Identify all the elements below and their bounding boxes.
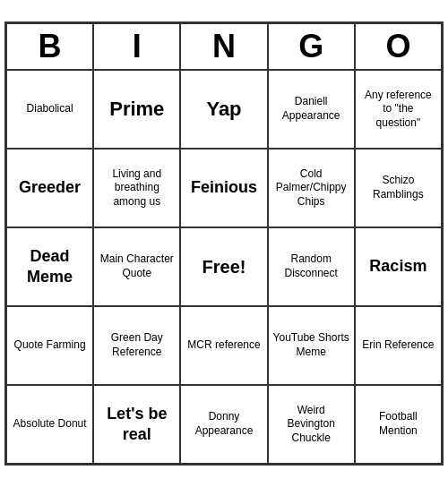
bingo-cell-r0-c4: Any reference to "the question": [355, 70, 442, 149]
bingo-cell-r1-c0: Greeder: [6, 149, 93, 227]
bingo-cell-r3-c2: MCR reference: [180, 306, 267, 385]
bingo-header: BINGO: [6, 23, 442, 70]
bingo-cell-r2-c3: Random Disconnect: [268, 227, 355, 306]
bingo-cell-r3-c0: Quote Farming: [6, 306, 93, 385]
bingo-cell-r0-c3: Daniell Appearance: [268, 70, 355, 149]
bingo-cell-r2-c0: Dead Meme: [6, 227, 93, 306]
bingo-letter-N: N: [180, 23, 267, 70]
bingo-cell-r1-c4: Schizo Ramblings: [355, 149, 442, 227]
bingo-cell-r0-c1: Prime: [93, 70, 180, 149]
bingo-cell-r2-c4: Racism: [355, 227, 442, 306]
bingo-cell-r1-c2: Feinious: [180, 149, 267, 227]
bingo-cell-r4-c3: Weird Bevington Chuckle: [268, 385, 355, 464]
bingo-cell-r0-c2: Yap: [180, 70, 267, 149]
bingo-cell-r0-c0: Diabolical: [6, 70, 93, 149]
bingo-cell-r1-c3: Cold Palmer/Chippy Chips: [268, 149, 355, 227]
bingo-letter-I: I: [93, 23, 180, 70]
bingo-letter-O: O: [355, 23, 442, 70]
bingo-cell-r3-c1: Green Day Reference: [93, 306, 180, 385]
bingo-cell-r2-c1: Main Character Quote: [93, 227, 180, 306]
bingo-board: BINGO DiabolicalPrimeYapDaniell Appearan…: [4, 21, 444, 466]
bingo-cell-r3-c3: YouTube Shorts Meme: [268, 306, 355, 385]
bingo-letter-B: B: [6, 23, 93, 70]
bingo-letter-G: G: [268, 23, 355, 70]
bingo-cell-r2-c2: Free!: [180, 227, 267, 306]
bingo-cell-r4-c1: Let's be real: [93, 385, 180, 464]
bingo-cell-r1-c1: Living and breathing among us: [93, 149, 180, 227]
bingo-cell-r4-c2: Donny Appearance: [180, 385, 267, 464]
bingo-cell-r4-c4: Football Mention: [355, 385, 442, 464]
bingo-grid: DiabolicalPrimeYapDaniell AppearanceAny …: [6, 70, 442, 464]
bingo-cell-r4-c0: Absolute Donut: [6, 385, 93, 464]
bingo-cell-r3-c4: Erin Reference: [355, 306, 442, 385]
